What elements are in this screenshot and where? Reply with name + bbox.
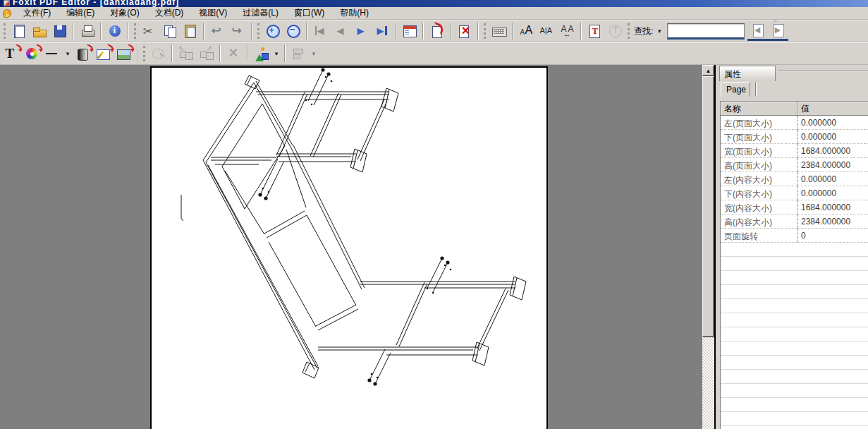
- paste-icon: [183, 23, 198, 39]
- menu-window[interactable]: 窗口(W): [286, 6, 332, 20]
- property-value[interactable]: 0: [797, 229, 868, 243]
- find-next-button[interactable]: ʼʼ: [768, 22, 788, 41]
- menu-view[interactable]: 视图(V): [191, 6, 235, 20]
- first-page-button[interactable]: [310, 22, 331, 41]
- vertical-scrollbar-track[interactable]: [702, 65, 714, 429]
- scrollbar-thumb[interactable]: [702, 76, 714, 337]
- zin-icon: [265, 23, 281, 39]
- scroll-up-button[interactable]: [702, 65, 714, 76]
- align-dropdown[interactable]: [309, 46, 319, 61]
- groupl-icon: [178, 46, 194, 61]
- property-name: 页面旋转: [721, 229, 797, 243]
- find-dropdown[interactable]: [654, 23, 664, 39]
- zoom-in-button[interactable]: [262, 22, 283, 41]
- toolbar-grip[interactable]: [134, 23, 136, 39]
- save-button[interactable]: [49, 22, 70, 41]
- menu-document[interactable]: 文档(D): [147, 6, 192, 20]
- lasso-icon: [151, 46, 166, 61]
- red-curl-arrow-icon: [128, 44, 134, 50]
- font-size-button[interactable]: [516, 22, 537, 41]
- toolbar-separator: [512, 23, 513, 40]
- edit-image-button[interactable]: [93, 44, 114, 64]
- add-text-button[interactable]: [1, 44, 22, 64]
- line-tool-dropdown[interactable]: [63, 46, 73, 61]
- toolbar-grip[interactable]: [484, 23, 486, 39]
- prev-page-button[interactable]: [331, 22, 351, 41]
- property-value[interactable]: 0.000000: [797, 116, 868, 130]
- property-value[interactable]: 2384.000000: [797, 158, 868, 172]
- cut-button[interactable]: [139, 22, 159, 41]
- group-backward-button[interactable]: [176, 44, 196, 64]
- toolbar-grip[interactable]: [143, 46, 145, 61]
- copy-button[interactable]: [159, 22, 180, 41]
- gradient-button[interactable]: [73, 44, 93, 64]
- app-icon[interactable]: [4, 0, 10, 6]
- tracking-button[interactable]: [557, 22, 577, 41]
- red-curl-arrow-icon: [107, 44, 114, 50]
- column-header-value: 值: [797, 102, 868, 116]
- rotate-page-button[interactable]: [427, 22, 447, 41]
- property-name: 宽(内容大小): [721, 200, 797, 214]
- property-value[interactable]: 2384.000000: [797, 214, 868, 229]
- findprev-icon: [750, 23, 766, 38]
- property-value[interactable]: 0.000000: [797, 172, 868, 186]
- shapes-button[interactable]: [251, 44, 271, 64]
- delete-object-button[interactable]: [224, 44, 244, 64]
- document-system-icon[interactable]: [2, 8, 13, 18]
- toolbar-grip[interactable]: [257, 23, 259, 39]
- application-window: Foxit PDF Editor - [danxiadang.pdf] 文件(F…: [0, 0, 868, 429]
- find-prev-button[interactable]: [747, 22, 768, 41]
- toolbar-separator: [450, 23, 451, 40]
- property-value[interactable]: 0.000000: [797, 186, 868, 200]
- property-value[interactable]: 1684.000000: [797, 200, 868, 214]
- redo-button[interactable]: [228, 22, 248, 41]
- property-name: 高(页面大小): [721, 158, 797, 172]
- open-button[interactable]: [29, 22, 49, 41]
- main-toolbar: 查找:ʼʼ: [0, 20, 868, 42]
- toolbar-grip[interactable]: [628, 23, 630, 39]
- kerning-button[interactable]: [537, 22, 557, 41]
- property-value[interactable]: 1684.000000: [797, 144, 868, 158]
- next-page-button[interactable]: [351, 22, 372, 41]
- find-input[interactable]: [668, 25, 744, 37]
- add-shading-button[interactable]: [22, 44, 42, 64]
- toolbar-grip[interactable]: [4, 23, 6, 39]
- insert-image-button[interactable]: [114, 44, 134, 64]
- toolbar-separator: [203, 23, 204, 40]
- menu-filter[interactable]: 过滤器(L): [235, 6, 286, 20]
- new-button[interactable]: [8, 22, 29, 41]
- document-info-button[interactable]: [104, 22, 125, 41]
- print-button[interactable]: [77, 22, 97, 41]
- menu-file[interactable]: 文件(F): [16, 6, 59, 20]
- menu-object[interactable]: 对象(O): [102, 6, 147, 20]
- properties-panel: 属性 Page 名称 值 左(页面大小)0.000000下(页面大小)0.000…: [716, 65, 868, 429]
- property-name: 下(页面大小): [721, 130, 797, 144]
- toolbar-separator: [73, 23, 74, 40]
- delete-page-button[interactable]: [454, 22, 475, 41]
- group-forward-button[interactable]: [196, 44, 216, 64]
- keyboard-button[interactable]: [489, 22, 509, 41]
- document-area[interactable]: [0, 65, 702, 429]
- undo-button[interactable]: [207, 22, 228, 41]
- lasso-select-button[interactable]: [148, 44, 169, 64]
- text-circle-button[interactable]: [605, 22, 625, 41]
- tab-page[interactable]: Page: [721, 82, 750, 97]
- tab-divider: [755, 82, 756, 96]
- first-icon: [313, 23, 329, 39]
- property-value[interactable]: 0.000000: [797, 130, 868, 144]
- paste-button[interactable]: [180, 22, 200, 41]
- menu-edit[interactable]: 编辑(E): [59, 6, 102, 20]
- toolbar-separator: [284, 45, 286, 62]
- zoom-out-button[interactable]: [283, 22, 303, 41]
- insert-text-button[interactable]: [585, 22, 605, 41]
- line-tool-button[interactable]: [42, 44, 63, 64]
- menu-help[interactable]: 帮助(H): [332, 6, 377, 20]
- rotatepage-icon: [429, 23, 445, 39]
- menu-bar: 文件(F)编辑(E)对象(O)文档(D)视图(V)过滤器(L)窗口(W)帮助(H…: [0, 7, 868, 20]
- shapes-dropdown[interactable]: [271, 46, 281, 61]
- align-button[interactable]: [288, 44, 309, 64]
- last-page-button[interactable]: [372, 22, 392, 41]
- layout-icon: [402, 23, 417, 39]
- page-canvas[interactable]: [150, 66, 548, 429]
- page-layout-button[interactable]: [399, 22, 420, 41]
